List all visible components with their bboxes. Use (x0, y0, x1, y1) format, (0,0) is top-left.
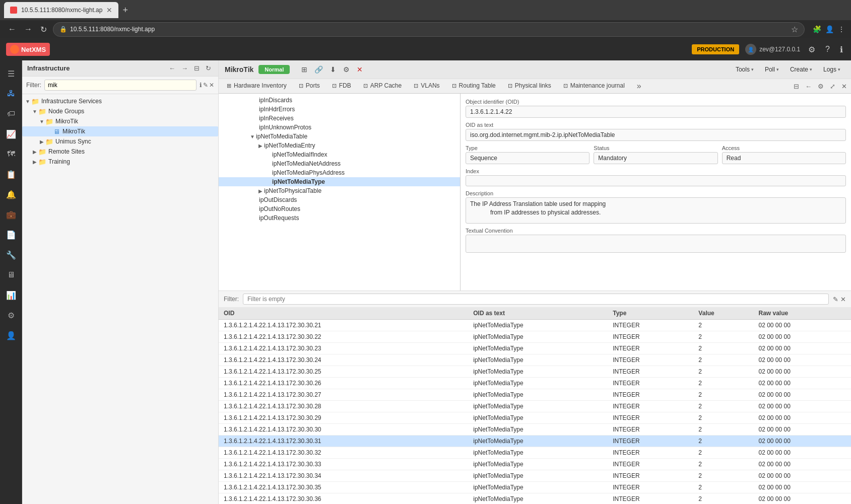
sidebar-icon-graph[interactable]: 📊 (2, 286, 20, 304)
user-info[interactable]: 👤 zev@127.0.0.1 (745, 44, 800, 55)
toolbar-grid-btn[interactable]: ⊞ (299, 64, 310, 75)
sidebar-icon-doc[interactable]: 📄 (2, 226, 20, 244)
mib-toggle[interactable]: ▶ (257, 188, 264, 194)
tabs-back-btn[interactable]: ← (803, 81, 814, 92)
table-row[interactable]: 1.3.6.1.2.1.4.22.1.4.13.172.30.30.31ipNe… (219, 436, 851, 447)
new-tab-btn[interactable]: + (122, 5, 128, 16)
forward-btn[interactable]: → (22, 23, 34, 36)
create-menu[interactable]: Create ▾ (785, 63, 817, 76)
sidebar-icon-map[interactable]: 🗺 (2, 145, 20, 163)
table-row[interactable]: 1.3.6.1.2.1.4.22.1.4.13.172.30.30.32ipNe… (219, 447, 851, 459)
tree-toggle[interactable]: ▼ (38, 119, 45, 124)
tree-toggle[interactable]: ▶ (31, 149, 38, 155)
table-row[interactable]: 1.3.6.1.2.1.4.22.1.4.13.172.30.30.30ipNe… (219, 424, 851, 436)
mib-row[interactable]: ipNetToMediaIfIndex (219, 150, 460, 159)
mib-toggle[interactable]: ▼ (249, 134, 256, 139)
table-row[interactable]: 1.3.6.1.2.1.4.22.1.4.13.172.30.30.25ipNe… (219, 366, 851, 378)
table-row[interactable]: 1.3.6.1.2.1.4.22.1.4.13.172.30.30.36ipNe… (219, 493, 851, 505)
tree-item[interactable]: ▶📁Remote Sites (22, 147, 218, 157)
tab-ports[interactable]: ⊡ Ports (293, 79, 326, 93)
refresh-btn[interactable]: ↻ (38, 23, 49, 36)
mib-row[interactable]: ▼ipNetToMediaTable (219, 132, 460, 141)
filter-bar-edit-btn[interactable]: ✎ (833, 296, 838, 303)
filter-bar-input[interactable] (243, 294, 829, 305)
tree-toggle[interactable]: ▼ (24, 99, 31, 104)
mib-row[interactable]: ipOutRequests (219, 213, 460, 223)
sidebar-icon-tool[interactable]: 🔧 (2, 246, 20, 264)
tree-item[interactable]: 🖥MikroTik (22, 126, 218, 136)
tab-vlans[interactable]: ⊡ VLANs (408, 79, 445, 93)
sidebar-icon-chart[interactable]: 📈 (2, 125, 20, 143)
mib-row[interactable]: ipNetToMediaPhysAddress (219, 168, 460, 177)
profile-btn[interactable]: 👤 (825, 25, 834, 33)
mib-row[interactable]: ipInUnknownProtos (219, 123, 460, 132)
mib-row[interactable]: ipInDiscards (219, 96, 460, 105)
sidebar-icon-table[interactable]: 📋 (2, 165, 20, 183)
tabs-close-btn[interactable]: ✕ (839, 81, 849, 92)
sidebar-icon-case[interactable]: 💼 (2, 205, 20, 224)
tabs-config-btn[interactable]: ⚙ (816, 81, 826, 92)
infra-filter-btn[interactable]: ⊟ (192, 63, 202, 73)
toolbar-hierarchy-btn[interactable]: ⬇ (328, 64, 339, 75)
infra-refresh-btn[interactable]: ↻ (204, 63, 213, 73)
table-row[interactable]: 1.3.6.1.2.1.4.22.1.4.13.172.30.30.29ipNe… (219, 412, 851, 424)
tabs-expand-btn[interactable]: ⤢ (828, 81, 837, 92)
mib-row[interactable]: ipInHdrErrors (219, 105, 460, 114)
table-row[interactable]: 1.3.6.1.2.1.4.22.1.4.13.172.30.30.34ipNe… (219, 470, 851, 482)
mib-row[interactable]: ipOutDiscards (219, 195, 460, 204)
address-bar[interactable]: 🔒 10.5.5.111:8080/nxmc-light.app ☆ (53, 22, 805, 37)
sidebar-icon-gear[interactable]: ⚙ (2, 306, 20, 324)
table-row[interactable]: 1.3.6.1.2.1.4.22.1.4.13.172.30.30.27ipNe… (219, 389, 851, 401)
sidebar-icon-menu[interactable]: ☰ (2, 64, 20, 83)
table-row[interactable]: 1.3.6.1.2.1.4.22.1.4.13.172.30.30.22ipNe… (219, 331, 851, 343)
tree-item[interactable]: ▼📁Infrastructure Services (22, 96, 218, 106)
infra-back-btn[interactable]: ← (167, 63, 177, 73)
table-row[interactable]: 1.3.6.1.2.1.4.22.1.4.13.172.30.30.35ipNe… (219, 482, 851, 493)
toolbar-config-btn[interactable]: ⚙ (341, 64, 352, 75)
tree-toggle[interactable]: ▼ (31, 109, 38, 114)
browser-tab[interactable]: 10.5.5.111:8080/nxmc-light.ap ✕ (4, 2, 118, 18)
poll-menu[interactable]: Poll ▾ (760, 63, 783, 76)
tabs-filter-btn[interactable]: ⊟ (792, 81, 801, 92)
info-icon-btn[interactable]: ℹ (838, 43, 845, 56)
mib-toggle[interactable]: ▶ (257, 143, 264, 149)
sidebar-icon-tag[interactable]: 🏷 (2, 105, 20, 123)
mib-row[interactable]: ipOutNoRoutes (219, 204, 460, 213)
infra-forward-btn[interactable]: → (179, 63, 190, 73)
data-table[interactable]: OIDOID as textTypeValueRaw value 1.3.6.1… (219, 307, 851, 504)
back-btn[interactable]: ← (6, 23, 18, 36)
sidebar-icon-bell[interactable]: 🔔 (2, 185, 20, 203)
mib-row[interactable]: ipNetToMediaNetAddress (219, 159, 460, 168)
tree-item[interactable]: ▶📁Unimus Sync (22, 136, 218, 147)
mib-tree[interactable]: ipInDiscardsipInHdrErrorsipInReceivesipI… (219, 94, 460, 291)
filter-edit-btn[interactable]: ✎ (203, 82, 208, 89)
table-row[interactable]: 1.3.6.1.2.1.4.22.1.4.13.172.30.30.26ipNe… (219, 378, 851, 389)
menu-btn[interactable]: ⋮ (838, 25, 845, 33)
tab-close-btn[interactable]: ✕ (106, 6, 112, 14)
help-icon-btn[interactable]: ? (823, 43, 832, 56)
table-row[interactable]: 1.3.6.1.2.1.4.22.1.4.13.172.30.30.23ipNe… (219, 343, 851, 354)
filter-bar-clear-btn[interactable]: ✕ (840, 296, 846, 303)
mib-row[interactable]: ▶ipNetToMediaEntry (219, 141, 460, 150)
infra-filter-input[interactable] (44, 80, 197, 91)
table-row[interactable]: 1.3.6.1.2.1.4.22.1.4.13.172.30.30.33ipNe… (219, 459, 851, 470)
sidebar-icon-network[interactable]: 🖧 (2, 85, 20, 103)
settings-icon-btn[interactable]: ⚙ (806, 43, 817, 56)
tree-toggle[interactable]: ▶ (38, 139, 45, 145)
table-row[interactable]: 1.3.6.1.2.1.4.22.1.4.13.172.30.30.28ipNe… (219, 401, 851, 412)
tools-menu[interactable]: Tools ▾ (731, 63, 758, 76)
sidebar-icon-user[interactable]: 👤 (2, 326, 20, 344)
logs-menu[interactable]: Logs ▾ (819, 63, 845, 76)
filter-clear-btn[interactable]: ✕ (209, 82, 214, 89)
sidebar-icon-monitor[interactable]: 🖥 (2, 266, 20, 284)
tab-hardware-inventory[interactable]: ⊞ Hardware Inventory (221, 79, 293, 93)
tab-physical-links[interactable]: ⊡ Physical links (502, 79, 557, 93)
mib-row[interactable]: ipNetToMediaType (219, 177, 460, 186)
tab-routing-table[interactable]: ⊡ Routing Table (446, 79, 502, 93)
tabs-more-btn[interactable]: » (633, 80, 645, 93)
toolbar-link-btn[interactable]: 🔗 (312, 64, 325, 75)
table-row[interactable]: 1.3.6.1.2.1.4.22.1.4.13.172.30.30.24ipNe… (219, 354, 851, 366)
tree-item[interactable]: ▼📁Node Groups (22, 106, 218, 116)
mib-row[interactable]: ▶ipNetToPhysicalTable (219, 186, 460, 195)
tab-fdb[interactable]: ⊡ FDB (326, 79, 357, 93)
